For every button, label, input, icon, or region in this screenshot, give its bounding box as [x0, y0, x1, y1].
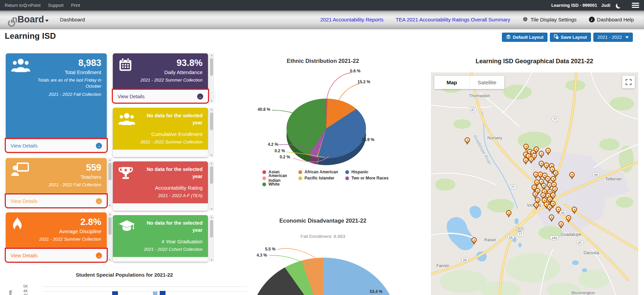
legend-dot	[262, 176, 266, 180]
print-link[interactable]: Print	[71, 3, 80, 8]
tile-value: 559	[86, 162, 101, 173]
legend-item[interactable]: African American	[298, 169, 345, 175]
dashboard-help-button[interactable]: iDashboard Help	[589, 17, 634, 22]
map-marker-pin[interactable]	[569, 172, 575, 177]
map-town-label: Telferner	[605, 177, 622, 181]
tile-body[interactable]: No data for the selected year Cumulative…	[113, 108, 208, 150]
bar-dark-blue[interactable]	[112, 291, 118, 295]
legend-item[interactable]: American Indian	[262, 175, 298, 181]
info-icon: i	[589, 17, 595, 22]
map-town-label: Nursery	[487, 136, 502, 140]
tile-display-settings-label: Tile Display Settings	[530, 17, 576, 22]
map-marker-pin[interactable]	[534, 146, 539, 152]
tile-body[interactable]: 93.8% Daily Attendance 2021 - 2022 Summe…	[113, 53, 208, 90]
map-marker-pin[interactable]	[535, 197, 540, 203]
map-marker-pin[interactable]	[540, 192, 546, 198]
tile-body[interactable]: 2.8% Average Discipline 2021 - 2022 Summ…	[6, 212, 107, 249]
support-link[interactable]: Support	[48, 3, 64, 8]
legend-item[interactable]: White	[262, 181, 298, 187]
route-shield: BUS	[517, 227, 524, 231]
tile-value: 2.8%	[80, 217, 101, 227]
map-marker-pin[interactable]	[553, 170, 558, 176]
map-marker-pin[interactable]	[545, 148, 551, 153]
map-marker-pin[interactable]	[471, 237, 477, 243]
fullscreen-icon	[625, 79, 632, 85]
legend-item[interactable]: Two or More Races	[345, 175, 406, 181]
tile-scrollbar[interactable]	[209, 161, 214, 211]
tile-label: 4 Year Graduation	[161, 239, 203, 244]
view-details-link[interactable]: View Details →	[6, 249, 107, 262]
tile-body[interactable]: 559 Teachers 2021 - 2022 Fall Collection	[6, 158, 107, 194]
no-data-message: No data for the selected year	[143, 166, 203, 180]
map-marker-pin[interactable]	[541, 183, 546, 188]
default-layout-button[interactable]: Default Layout	[502, 33, 547, 42]
map-marker-pin[interactable]	[528, 156, 534, 162]
tile-body[interactable]: No data for the selected year Accountabi…	[113, 161, 208, 203]
map-marker-pin[interactable]	[534, 202, 539, 208]
legend-label: African American	[304, 170, 338, 174]
map-view-button[interactable]: Map	[434, 76, 469, 89]
tea-summary-link[interactable]: TEA 2021 Accountability Ratings Overall …	[396, 17, 510, 22]
chevron-down-icon	[45, 20, 49, 23]
map-marker-pin[interactable]	[539, 161, 544, 166]
accountability-reports-link[interactable]: 2021 Accountability Reports	[320, 17, 383, 22]
onboard-logo[interactable]: nBoard	[7, 14, 49, 25]
fall-enrollment-subtitle: Fall Enrollment: 8,983	[238, 234, 408, 239]
nav-dashboard[interactable]: Dashboard	[60, 17, 85, 22]
map-marker-pin[interactable]	[544, 162, 549, 168]
save-layout-button[interactable]: Save Layout	[550, 33, 591, 42]
tile-scrollbar[interactable]	[108, 158, 112, 207]
ethnic-pie-chart[interactable]	[286, 99, 366, 158]
satellite-view-button[interactable]: Satellite	[469, 76, 504, 89]
tile-display-settings-button[interactable]: Tile Display Settings	[522, 16, 576, 23]
geographical-map[interactable]: Guadalupe River ThomastonNurseryTelferne…	[431, 72, 638, 295]
map-title: Learning ISD Geographical Data 2021-22	[442, 58, 627, 65]
no-data-message: No data for the selected year	[143, 112, 203, 126]
map-town-label: Guadalupe	[560, 232, 581, 237]
tile-scrollbar[interactable]	[209, 215, 214, 262]
map-marker-pin[interactable]	[523, 144, 529, 149]
fullscreen-button[interactable]	[622, 76, 635, 88]
pie-label-american-indian: 0.2 %	[280, 155, 290, 159]
hamburger-menu-icon[interactable]	[632, 2, 639, 9]
tile-label: Average Discipline	[59, 228, 101, 234]
flame-icon	[11, 217, 23, 244]
map-town-label: Dacosta	[584, 250, 599, 255]
ethnic-distribution-title: Ethnic Distribution 2021-22	[238, 58, 408, 64]
tile-teachers: 559 Teachers 2021 - 2022 Fall Collection…	[6, 158, 107, 207]
tile-body[interactable]: 8,983 Total Enrollment Totals are as of …	[6, 53, 107, 139]
map-marker-pin[interactable]	[506, 210, 511, 215]
map-marker-pin[interactable]	[549, 214, 554, 220]
no-data-message: No data for the selected year	[143, 220, 203, 234]
bar-light-blue[interactable]	[153, 292, 157, 295]
map-marker-pin[interactable]	[465, 137, 470, 143]
map-marker-pin[interactable]	[539, 151, 544, 156]
dark-mode-moon-icon[interactable]	[617, 2, 622, 7]
tile-body[interactable]: No data for the selected year 4 Year Gra…	[113, 215, 208, 257]
return-to-onpoint-link[interactable]: Return to nPoint	[5, 3, 40, 8]
power-icon	[7, 19, 12, 23]
tile-scrollbar[interactable]	[209, 53, 214, 103]
legend-item[interactable]: Pacific Islander	[298, 175, 345, 181]
tile-daily-attendance: 93.8% Daily Attendance 2021 - 2022 Summe…	[113, 53, 208, 103]
map-marker-pin[interactable]	[558, 221, 564, 227]
legend-item[interactable]: Hispanic	[345, 169, 406, 175]
bar-dark-blue[interactable]	[160, 291, 166, 295]
view-details-link[interactable]: View Details →	[6, 139, 107, 152]
map-marker-pin[interactable]	[550, 201, 556, 206]
gear-icon	[522, 16, 528, 23]
map-marker-pin[interactable]	[556, 207, 561, 212]
map-marker-pin[interactable]	[533, 191, 538, 197]
map-marker-pin[interactable]	[552, 186, 558, 192]
tile-scrollbar[interactable]	[108, 212, 112, 262]
tile-scrollbar[interactable]	[209, 108, 214, 157]
view-details-link[interactable]: View Details →	[113, 90, 208, 103]
map-marker-pin[interactable]	[572, 207, 577, 212]
tile-value: 93.8%	[176, 58, 203, 68]
map-marker-pin[interactable]	[566, 215, 571, 221]
school-year-dropdown[interactable]: 2021 - 2022	[593, 33, 633, 42]
map-marker-pin[interactable]	[523, 157, 528, 163]
legend-dot	[298, 170, 302, 174]
map-marker-pin[interactable]	[545, 176, 551, 181]
view-details-link[interactable]: View Details →	[6, 194, 107, 207]
